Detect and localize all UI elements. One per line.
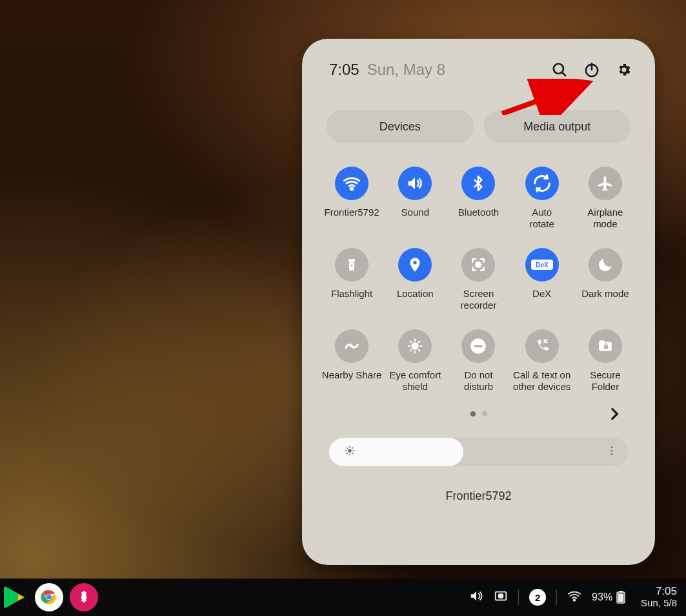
svg-line-29 — [352, 453, 353, 454]
brightness-low-icon — [343, 444, 356, 460]
pagination — [320, 404, 637, 424]
tile-autorotate[interactable]: Auto rotate — [510, 167, 574, 230]
tile-label: Auto rotate — [510, 207, 574, 230]
panel-header: 7:05 Sun, May 8 — [320, 61, 637, 79]
tile-bluetooth[interactable]: Bluetooth — [447, 167, 510, 230]
play-store-app-icon[interactable] — [0, 583, 28, 611]
next-page-button[interactable] — [603, 403, 625, 425]
folderlock-icon — [589, 329, 622, 363]
wifi-icon — [335, 167, 368, 200]
eyecare-icon: A — [398, 329, 432, 363]
shelf-cast-icon[interactable] — [494, 589, 508, 606]
shelf-separator — [518, 590, 519, 605]
bluetooth-icon — [461, 167, 495, 200]
svg-point-4 — [350, 187, 353, 190]
tile-sound[interactable]: Sound — [383, 167, 447, 230]
tile-label: Airplane mode — [574, 207, 637, 230]
panel-pill-row: Devices Media output — [320, 110, 637, 143]
tile-dex[interactable]: DeXDeX — [510, 248, 574, 311]
dex-icon: DeX — [525, 248, 559, 282]
tile-eyecomfort[interactable]: AEye comfort shield — [383, 329, 447, 393]
location-icon — [398, 248, 432, 282]
tile-label: Frontier5792 — [320, 207, 383, 230]
panel-datetime: 7:05 Sun, May 8 — [329, 61, 445, 79]
header-icon-row — [550, 61, 633, 79]
quick-tiles-grid: Frontier5792SoundBluetoothAuto rotateAir… — [320, 167, 637, 393]
tile-label: Location — [383, 288, 447, 311]
svg-point-43 — [47, 595, 52, 600]
power-icon[interactable] — [583, 61, 601, 79]
svg-rect-21 — [474, 345, 483, 347]
shelf-wifi-icon[interactable] — [567, 589, 581, 606]
svg-line-28 — [347, 447, 347, 448]
brightness-more-icon[interactable] — [606, 445, 618, 459]
battery-percent-label: 93% — [592, 591, 612, 603]
quick-settings-panel: 7:05 Sun, May 8 Devices Media output Fro… — [302, 39, 655, 565]
svg-point-7 — [476, 262, 481, 267]
tile-secfolder[interactable]: Secure Folder — [574, 329, 637, 393]
svg-line-18 — [410, 350, 412, 351]
svg-marker-39 — [18, 594, 25, 601]
flashlight-icon — [335, 248, 368, 282]
shelf-volume-icon[interactable] — [469, 589, 483, 606]
svg-line-30 — [347, 453, 347, 454]
tile-darkmode[interactable]: Dark mode — [574, 248, 637, 311]
gallery-app-icon[interactable] — [70, 583, 98, 611]
moon-icon — [589, 248, 622, 282]
page-dot-1[interactable] — [470, 411, 476, 416]
svg-line-1 — [562, 72, 565, 76]
svg-point-44 — [81, 595, 86, 600]
svg-point-23 — [348, 449, 351, 452]
tile-label: Dark mode — [574, 288, 637, 311]
tile-label: Secure Folder — [574, 369, 637, 393]
devices-button[interactable]: Devices — [327, 110, 474, 143]
svg-rect-49 — [619, 591, 623, 593]
svg-line-19 — [419, 342, 420, 343]
tile-label: Do not disturb — [447, 369, 510, 393]
volume-icon — [398, 167, 432, 200]
shelf-battery[interactable]: 93% — [592, 591, 625, 604]
svg-rect-46 — [499, 594, 503, 598]
svg-text:A: A — [414, 344, 417, 349]
brightness-slider[interactable] — [329, 438, 628, 466]
media-output-button[interactable]: Media output — [484, 110, 631, 143]
svg-point-32 — [611, 446, 613, 448]
svg-point-34 — [611, 453, 613, 455]
shelf-status-area[interactable]: 2 93% 7:05 Sun, 5/8 — [469, 586, 677, 608]
tile-label: DeX — [510, 288, 574, 311]
svg-point-6 — [351, 265, 353, 267]
search-icon[interactable] — [550, 61, 569, 79]
tile-dnd[interactable]: Do not disturb — [447, 329, 510, 393]
tile-flashlight[interactable]: Flashlight — [320, 248, 383, 311]
shelf-apps — [0, 583, 98, 611]
tile-callswitch[interactable]: Call & text on other devices — [510, 329, 574, 393]
tile-screenrec[interactable]: Screen recorder — [447, 248, 510, 311]
screenrec-icon — [461, 248, 495, 282]
tile-nearby[interactable]: Nearby Share — [320, 329, 383, 393]
rotate-icon — [525, 167, 559, 200]
tile-location[interactable]: Location — [383, 248, 447, 311]
tile-label: Call & text on other devices — [510, 369, 574, 393]
chrome-app-icon[interactable] — [35, 583, 63, 611]
chrome-os-shelf: 2 93% 7:05 Sun, 5/8 — [0, 579, 686, 616]
shelf-clock[interactable]: 7:05 Sun, 5/8 — [636, 586, 677, 608]
tile-label: Sound — [383, 207, 447, 230]
notification-count-badge[interactable]: 2 — [529, 589, 546, 606]
shelf-time: 7:05 — [641, 586, 677, 598]
tile-label: Nearby Share — [320, 369, 383, 393]
svg-text:DeX: DeX — [536, 262, 549, 269]
svg-rect-50 — [618, 593, 624, 602]
tile-label: Flashlight — [320, 288, 383, 311]
pagination-dots — [470, 411, 487, 416]
tile-airplane[interactable]: Airplane mode — [574, 167, 637, 230]
tile-label: Bluetooth — [447, 207, 510, 230]
page-dot-2[interactable] — [482, 411, 487, 416]
nearby-icon — [335, 329, 368, 363]
settings-gear-icon[interactable] — [615, 61, 633, 79]
svg-point-33 — [611, 450, 613, 452]
network-name-footer: Frontier5792 — [320, 489, 637, 503]
svg-line-31 — [352, 447, 353, 448]
tile-wifi[interactable]: Frontier5792 — [320, 167, 383, 230]
callswitch-icon — [525, 329, 559, 363]
tile-label: Eye comfort shield — [383, 369, 447, 393]
